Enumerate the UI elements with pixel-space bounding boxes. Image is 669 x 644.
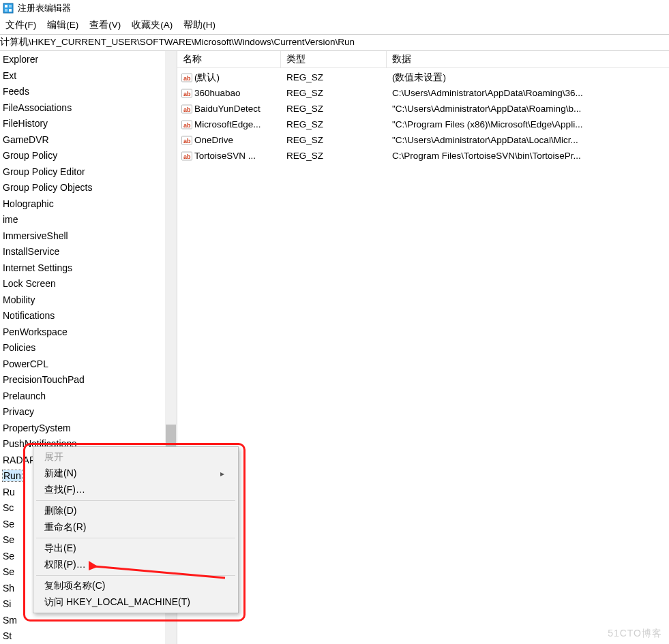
tree-item[interactable]: PowerCPL	[1, 356, 165, 373]
list-row[interactable]: abBaiduYunDetectREG_SZ"C:\Users\Administ…	[177, 101, 669, 117]
cm-delete[interactable]: 删除(D)	[35, 503, 237, 519]
tree-item[interactable]: Group Policy Editor	[1, 164, 165, 181]
tree-item-label: Ru	[3, 487, 15, 497]
tree-item[interactable]: PropertySystem	[1, 420, 165, 437]
cell-data: "C:\Users\Administrator\AppData\Roaming\…	[392, 101, 669, 117]
regedit-icon	[3, 3, 14, 14]
tree-item-label: Prelaunch	[3, 390, 46, 401]
cm-copy-key-name[interactable]: 复制项名称(C)	[35, 578, 237, 594]
tree-item[interactable]: Group Policy Objects	[1, 180, 165, 196]
tree-item[interactable]: Policies	[1, 340, 165, 356]
reg-string-icon: ab	[181, 88, 192, 99]
tree-item[interactable]: PenWorkspace	[1, 324, 165, 341]
tree-item[interactable]: Lock Screen	[1, 276, 165, 292]
cm-delete-label: 删除(D)	[44, 505, 76, 517]
cell-type: REG_SZ	[286, 85, 392, 101]
tree-item[interactable]: Mobility	[1, 292, 165, 309]
column-header-type[interactable]: 类型	[281, 51, 387, 67]
list-row[interactable]: ab360huabaoREG_SZC:\Users\Administrator\…	[177, 85, 669, 101]
tree-item[interactable]: ime	[1, 212, 165, 228]
tree-item-label: Mobility	[3, 294, 35, 305]
tree-item-label: Sc	[3, 502, 14, 513]
reg-string-icon: ab	[181, 135, 192, 146]
tree-item[interactable]: ImmersiveShell	[1, 228, 165, 245]
list-pane: 名称 类型 数据 ab(默认)REG_SZ(数值未设置)ab360huabaoR…	[177, 51, 669, 644]
window-title: 注册表编辑器	[18, 2, 71, 14]
svg-text:ab: ab	[183, 122, 191, 129]
tree-item[interactable]: GameDVR	[1, 132, 165, 149]
svg-text:ab: ab	[183, 75, 191, 82]
cm-expand: 展开	[35, 449, 237, 465]
tree-item-label: RADAR	[3, 455, 36, 465]
tree-item-label: Run	[3, 470, 22, 481]
menu-edit[interactable]: 编辑(E)	[43, 18, 85, 33]
list-row[interactable]: ab(默认)REG_SZ(数值未设置)	[177, 70, 669, 85]
cell-type: REG_SZ	[286, 148, 392, 164]
list-row[interactable]: abTortoiseSVN ...REG_SZC:\Program Files\…	[177, 148, 669, 164]
tree-item-label: Se	[3, 566, 14, 577]
tree-item-label: Explorer	[3, 54, 38, 65]
reg-string-icon: ab	[181, 72, 192, 83]
cm-rename-label: 重命名(R)	[44, 521, 86, 534]
tree-item-label: PropertySystem	[3, 423, 71, 433]
column-header-name[interactable]: 名称	[177, 51, 281, 67]
tree-item[interactable]: Explorer	[1, 52, 165, 68]
tree-item[interactable]: PrecisionTouchPad	[1, 372, 165, 388]
tree-item-label: Ext	[3, 70, 16, 81]
tree-item-label: Internet Settings	[3, 262, 72, 273]
tree-item[interactable]: Feeds	[1, 84, 165, 100]
svg-text:ab: ab	[183, 106, 191, 113]
cell-data: C:\Program Files\TortoiseSVN\bin\Tortois…	[392, 148, 669, 164]
cm-find[interactable]: 查找(F)…	[35, 482, 237, 498]
tree-item[interactable]: St	[1, 628, 165, 644]
svg-rect-4	[9, 9, 12, 12]
tree-item[interactable]: Notifications	[1, 308, 165, 324]
svg-rect-2	[9, 5, 12, 7]
tree-item-label: St	[3, 630, 12, 641]
cm-separator	[36, 500, 235, 501]
menu-file[interactable]: 文件(F)	[1, 18, 43, 33]
title-bar: 注册表编辑器	[0, 0, 669, 16]
column-header-data[interactable]: 数据	[387, 51, 669, 67]
tree-item-label: Si	[3, 598, 11, 609]
context-menu: 展开 新建(N) ▸ 查找(F)… 删除(D) 重命名(R) 导出(E) 权限(…	[33, 446, 239, 613]
value-name: OneDrive	[194, 132, 233, 148]
cm-separator	[36, 575, 235, 576]
menu-view[interactable]: 查看(V)	[85, 18, 128, 33]
tree-item-label: Sm	[3, 615, 17, 626]
cell-name: abTortoiseSVN ...	[181, 148, 286, 164]
menu-help[interactable]: 帮助(H)	[179, 18, 222, 33]
tree-item-label: Se	[3, 551, 14, 562]
tree-item[interactable]: InstallService	[1, 244, 165, 260]
cm-new[interactable]: 新建(N) ▸	[35, 465, 237, 482]
menu-favorites[interactable]: 收藏夹(A)	[128, 18, 179, 33]
list-body: ab(默认)REG_SZ(数值未设置)ab360huabaoREG_SZC:\U…	[177, 68, 669, 164]
cm-export[interactable]: 导出(E)	[35, 540, 237, 557]
tree-item[interactable]: Ext	[1, 68, 165, 85]
tree-item-label: PowerCPL	[3, 358, 48, 369]
tree-item-label: Group Policy Editor	[3, 166, 85, 177]
cm-rename[interactable]: 重命名(R)	[35, 519, 237, 536]
cm-export-label: 导出(E)	[44, 542, 76, 555]
tree-item-label: ime	[3, 214, 18, 225]
tree-item[interactable]: FileHistory	[1, 116, 165, 132]
tree-item[interactable]: Group Policy	[1, 148, 165, 164]
cm-permissions[interactable]: 权限(P)…	[35, 557, 237, 573]
tree-item-label: Group Policy Objects	[3, 182, 93, 193]
tree-item[interactable]: Prelaunch	[1, 388, 165, 405]
cm-separator	[36, 538, 235, 538]
tree-item[interactable]: FileAssociations	[1, 100, 165, 117]
cm-goto-hklm[interactable]: 访问 HKEY_LOCAL_MACHINE(T)	[35, 594, 237, 611]
tree-item[interactable]: Sm	[1, 613, 165, 629]
tree-item[interactable]: Internet Settings	[1, 260, 165, 277]
address-bar[interactable]: 计算机\HKEY_CURRENT_USER\SOFTWARE\Microsoft…	[0, 34, 669, 51]
svg-text:ab: ab	[183, 138, 191, 144]
list-row[interactable]: abOneDriveREG_SZ"C:\Users\Administrator\…	[177, 132, 669, 148]
tree-item[interactable]: Holographic	[1, 196, 165, 213]
cm-permissions-label: 权限(P)…	[44, 559, 86, 571]
cm-new-label: 新建(N)	[44, 467, 76, 480]
tree-item[interactable]: Privacy	[1, 404, 165, 420]
tree-item-label: Privacy	[3, 406, 34, 417]
cm-expand-label: 展开	[44, 451, 63, 463]
list-row[interactable]: abMicrosoftEdge...REG_SZ"C:\Program File…	[177, 117, 669, 132]
